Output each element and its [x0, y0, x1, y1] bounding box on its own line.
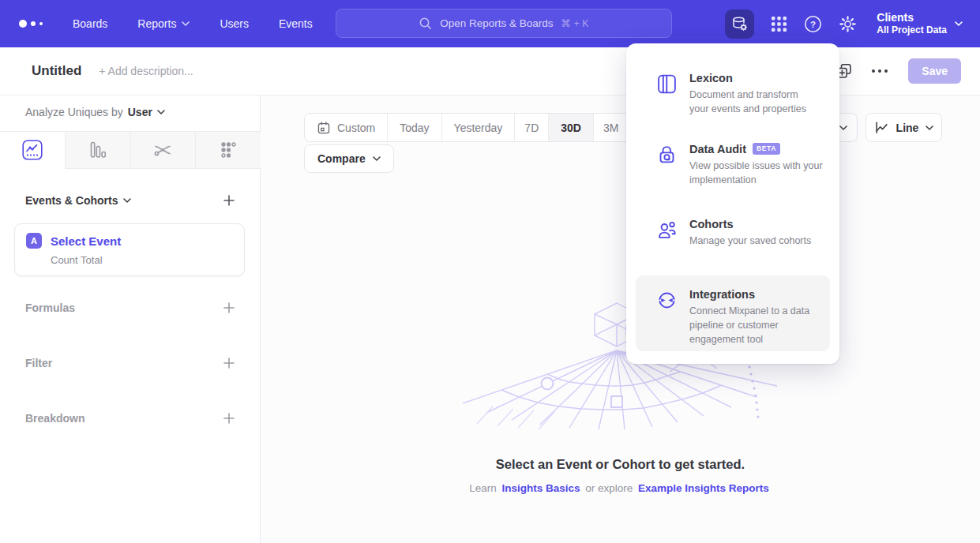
- metrics-grid-icon: [218, 140, 238, 160]
- global-search-input[interactable]: Open Reports & Boards ⌘ + K: [336, 9, 672, 38]
- data-audit-title: Data Audit: [689, 143, 746, 155]
- events-cohorts-dropdown[interactable]: Events & Cohorts: [25, 194, 131, 207]
- line-chart-icon: [874, 120, 889, 135]
- data-management-icon[interactable]: [725, 9, 754, 39]
- date-range-7d[interactable]: 7D: [514, 114, 548, 141]
- navbar-right-group: ? Clients All Project Data: [725, 0, 963, 47]
- plus-icon: [222, 356, 236, 370]
- explore-middle: or explore: [585, 482, 633, 494]
- nav-reports-label: Reports: [137, 17, 176, 30]
- nav-boards[interactable]: Boards: [73, 17, 107, 30]
- chevron-down-icon: [926, 125, 933, 130]
- beta-badge: BETA: [753, 143, 780, 155]
- date-range-3m-label: 3M: [603, 122, 618, 134]
- lexicon-book-icon: [656, 73, 678, 98]
- add-filter-button[interactable]: [222, 356, 236, 370]
- project-name: All Project Data: [877, 24, 947, 36]
- date-range-30d-selected[interactable]: 30D: [548, 114, 593, 141]
- save-button[interactable]: Save: [908, 58, 961, 84]
- bar-chart-icon: [88, 140, 108, 160]
- lexicon-description: Document and transform your events and p…: [689, 88, 809, 116]
- empty-state-links: Learn Insights Basics or explore Example…: [261, 482, 980, 494]
- more-options-icon[interactable]: [872, 69, 888, 73]
- tab-flow-chart[interactable]: [130, 132, 196, 169]
- report-title[interactable]: Untitled: [32, 63, 81, 79]
- chart-type-dropdown[interactable]: Line: [865, 113, 942, 142]
- compare-label: Compare: [317, 152, 366, 165]
- chevron-down-icon: [373, 156, 381, 161]
- menu-item-data-audit[interactable]: Data Audit BETA View possible issues wit…: [626, 143, 839, 187]
- search-icon: [419, 17, 432, 30]
- events-cohorts-header: Events & Cohorts: [25, 193, 236, 208]
- menu-item-cohorts[interactable]: Cohorts Manage your saved cohorts: [626, 218, 839, 248]
- add-formula-button[interactable]: [222, 301, 236, 315]
- integrations-title: Integrations: [689, 288, 755, 301]
- menu-item-integrations[interactable]: Integrations Connect Mixpanel to a data …: [636, 275, 830, 351]
- date-range-control: Custom Today Yesterday 7D 30D 3M 6M: [304, 113, 664, 142]
- report-actions: Save: [835, 58, 961, 84]
- integrations-sync-icon: [656, 290, 678, 314]
- menu-item-lexicon[interactable]: Lexicon Document and transform your even…: [626, 72, 839, 116]
- plus-icon: [222, 193, 236, 208]
- date-range-custom[interactable]: Custom: [305, 114, 387, 141]
- select-event-card[interactable]: A Select Event Count Total: [14, 223, 245, 276]
- top-navbar: Boards Reports Users Events Open Reports…: [0, 0, 980, 47]
- nav-users[interactable]: Users: [220, 17, 249, 30]
- analyze-row: Analyze Uniques by User: [25, 106, 165, 118]
- date-range-3m[interactable]: 3M: [593, 114, 628, 141]
- date-range-7d-label: 7D: [524, 122, 539, 134]
- insights-basics-link[interactable]: Insights Basics: [501, 482, 580, 494]
- events-cohorts-label: Events & Cohorts: [25, 194, 118, 207]
- nav-boards-label: Boards: [73, 17, 107, 30]
- add-breakdown-button[interactable]: [222, 411, 236, 425]
- filter-section: Filter: [25, 354, 236, 373]
- cohorts-description: Manage your saved cohorts: [689, 234, 839, 248]
- date-range-today[interactable]: Today: [387, 114, 441, 141]
- analyze-prefix: Analyze Uniques by: [25, 106, 123, 118]
- date-range-custom-label: Custom: [337, 122, 375, 134]
- breakdown-label: Breakdown: [25, 412, 84, 425]
- tab-bar-chart[interactable]: [65, 132, 130, 169]
- formulas-label: Formulas: [25, 301, 75, 314]
- example-reports-link[interactable]: Example Insights Reports: [638, 482, 769, 494]
- tab-insights-line-chart[interactable]: [0, 132, 65, 169]
- calendar-icon: [317, 121, 331, 135]
- report-description-field[interactable]: + Add description...: [99, 65, 193, 77]
- add-event-button[interactable]: [222, 193, 236, 208]
- chart-type-label: Line: [896, 122, 919, 134]
- nav-events-label: Events: [279, 17, 313, 30]
- line-chart-icon: [22, 140, 43, 160]
- chevron-down-icon: [182, 21, 190, 26]
- breakdown-section: Breakdown: [25, 409, 236, 428]
- project-switcher[interactable]: Clients All Project Data: [877, 11, 963, 37]
- select-event-label: Select Event: [51, 234, 121, 248]
- data-management-menu: Lexicon Document and transform your even…: [626, 43, 839, 364]
- report-canvas: Custom Today Yesterday 7D 30D 3M 6M Comp…: [261, 95, 980, 543]
- apps-grid-icon[interactable]: [771, 16, 787, 32]
- date-range-yesterday[interactable]: Yesterday: [441, 114, 515, 141]
- svg-text:?: ?: [810, 19, 816, 28]
- count-total-label[interactable]: Count Total: [51, 254, 233, 266]
- tab-metrics-grid[interactable]: [195, 132, 261, 169]
- nav-reports[interactable]: Reports: [137, 17, 190, 30]
- compare-button[interactable]: Compare: [304, 144, 394, 173]
- chevron-down-icon: [839, 125, 847, 130]
- flow-chart-icon: [152, 140, 173, 160]
- nav-events[interactable]: Events: [279, 17, 313, 30]
- mixpanel-dots-logo[interactable]: [19, 20, 43, 28]
- org-name: Clients: [877, 11, 947, 25]
- help-icon[interactable]: ?: [804, 15, 822, 33]
- plus-icon: [222, 301, 236, 315]
- chevron-down-icon: [955, 21, 963, 26]
- chevron-down-icon: [123, 198, 131, 203]
- cohorts-users-icon: [656, 219, 678, 244]
- search-placeholder: Open Reports & Boards: [440, 17, 553, 29]
- integrations-description: Connect Mixpanel to a data pipeline or c…: [689, 304, 822, 346]
- settings-gear-icon[interactable]: [839, 15, 857, 33]
- plus-icon: [222, 411, 236, 425]
- data-audit-lock-icon: [656, 144, 678, 169]
- analyze-value-dropdown[interactable]: User: [128, 106, 165, 118]
- learn-prefix: Learn: [469, 482, 497, 494]
- search-shortcut: ⌘ + K: [561, 17, 589, 29]
- lexicon-title: Lexicon: [689, 72, 733, 84]
